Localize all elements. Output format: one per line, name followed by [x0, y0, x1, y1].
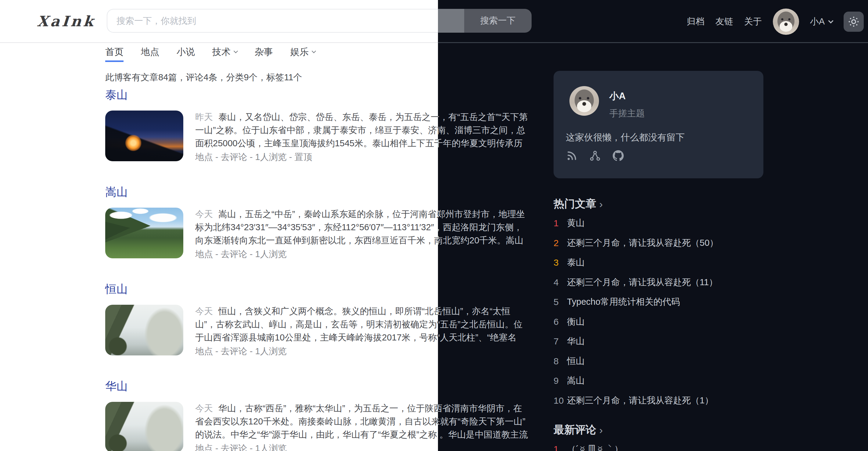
share-icon[interactable] — [589, 150, 601, 162]
user-name: 小A — [810, 16, 825, 28]
post-excerpt: 今天华山，古称“西岳”，雅称“太华山”，为五岳之一，位于陕西省渭南市华阴市，在省… — [438, 402, 529, 442]
nav-link-friends[interactable]: 友链 — [715, 16, 733, 28]
profile-social-icons — [566, 150, 624, 162]
hot-article-item[interactable]: 5Typecho常用统计相关的代码 — [554, 292, 773, 312]
hot-articles-heading[interactable]: 热门文章 › — [554, 197, 773, 211]
post-list: 泰山 昨天泰山，又名岱山、岱宗、岱岳、东岳、泰岳，为五岳之一，有“五岳之首”“天… — [438, 88, 532, 451]
post-title[interactable]: 恒山 — [438, 282, 532, 296]
post-item-hengshan: 恒山 今天恒山，含狭义和广义两个概念。狭义的恒山，即所谓“北岳恒山”，亦名“太恒… — [438, 282, 532, 358]
hot-article-item[interactable]: 7华山 — [554, 332, 773, 351]
search-button[interactable]: 搜索一下 — [464, 9, 532, 33]
rank-number: 3 — [554, 257, 567, 268]
post-title[interactable]: 华山 — [438, 379, 532, 393]
rank-number: 8 — [554, 356, 567, 366]
post-thumbnail[interactable] — [105, 208, 183, 258]
dark-theme-overlay: XaInk 搜索一下 归档 友链 关于 小A — [438, 0, 868, 451]
search-bar: 搜索一下 — [438, 9, 532, 33]
blog-stats: 此博客有文章84篇，评论4条，分类9个，标签11个 — [105, 72, 302, 84]
github-icon[interactable] — [612, 150, 624, 162]
search-input[interactable] — [107, 9, 464, 33]
post-date: 今天 — [195, 209, 213, 219]
post-thumbnail[interactable] — [105, 305, 183, 356]
post-item-huashan: 华山 今天华山，古称“西岳”，雅称“太华山”，为五岳之一，位于陕西省渭南市华阴市… — [438, 379, 532, 451]
post-date: 昨天 — [195, 112, 213, 122]
rank-number: 1 — [554, 444, 567, 451]
hot-article-item[interactable]: 3泰山 — [554, 253, 773, 273]
header-nav: 归档 友链 关于 小A — [687, 0, 864, 43]
post-title[interactable]: 泰山 — [438, 88, 532, 102]
post-excerpt: 今天恒山，含狭义和广义两个概念。狭义的恒山，即所谓“北岳恒山”，亦名“太恒山”，… — [438, 305, 529, 344]
rank-number: 6 — [554, 317, 567, 327]
hot-articles-list: 1黄山 2还剩三个月命，请让我从容赴死（50） 3泰山 4还剩三个月命，请让我从… — [554, 214, 773, 411]
chevron-right-icon: › — [599, 199, 603, 209]
search-input[interactable] — [438, 9, 464, 33]
nav-link-archive[interactable]: 归档 — [687, 16, 705, 28]
profile-card: 小A 手搓主题 这家伙很懒，什么都没有留下 — [554, 71, 764, 178]
post-item-songshan: 嵩山 今天嵩山，五岳之“中岳”，秦岭山系东延的余脉，位于河南省郑州市登封市，地理… — [438, 185, 532, 261]
post-thumbnail[interactable] — [105, 402, 183, 451]
nav-link-about[interactable]: 关于 — [744, 16, 762, 28]
rank-number: 10 — [554, 395, 567, 406]
rss-icon[interactable] — [566, 150, 578, 162]
comment-item[interactable]: 1（´ఠ皿ఠ｀） — [554, 440, 773, 451]
hot-article-item[interactable]: 1黄山 — [554, 214, 773, 233]
hot-article-item[interactable]: 9嵩山 — [554, 371, 773, 391]
profile-name: 小A — [609, 90, 625, 103]
user-avatar[interactable] — [773, 8, 799, 35]
site-header: XaInk 搜索一下 归档 友链 关于 小A — [438, 0, 868, 43]
tab-novels[interactable]: 小说 — [177, 47, 195, 62]
tab-tech[interactable]: 技术 — [212, 47, 237, 62]
hot-article-item[interactable]: 6衡山 — [554, 312, 773, 332]
chevron-right-icon: › — [599, 425, 603, 435]
latest-comments-heading[interactable]: 最新评论 › — [554, 423, 773, 437]
hot-article-item[interactable]: 10还剩三个月命，请让我从容赴死（1） — [554, 391, 773, 411]
profile-bio: 这家伙很懒，什么都没有留下 — [566, 131, 685, 144]
latest-comments-list: 1（´ఠ皿ఠ｀） — [554, 440, 773, 451]
hot-article-item[interactable]: 2还剩三个月命，请让我从容赴死（50） — [554, 233, 773, 253]
main-tabs: 首页 地点 小说 技术 杂事 娱乐 — [105, 47, 315, 62]
sidebar: 小A 手搓主题 这家伙很懒，什么都没有留下 — [554, 71, 773, 451]
tab-misc[interactable]: 杂事 — [255, 47, 273, 62]
tab-home[interactable]: 首页 — [105, 47, 124, 62]
rank-number: 7 — [554, 336, 567, 346]
chevron-down-icon — [828, 18, 834, 23]
rank-number: 2 — [554, 238, 567, 248]
theme-toggle-button[interactable] — [844, 11, 864, 32]
post-meta[interactable]: 地点 - 去评论 - 1人浏览 - 置顶 — [438, 150, 529, 164]
hot-article-item[interactable]: 8恒山 — [554, 351, 773, 371]
post-meta[interactable]: 地点 - 去评论 - 1人浏览 — [438, 248, 529, 261]
post-meta[interactable]: 地点 - 去评论 - 1人浏览 — [438, 442, 529, 451]
user-menu[interactable]: 小A — [810, 16, 833, 28]
rank-number: 1 — [554, 218, 567, 228]
chevron-down-icon — [312, 49, 316, 53]
post-item-taishan: 泰山 昨天泰山，又名岱山、岱宗、岱岳、东岳、泰岳，为五岳之一，有“五岳之首”“天… — [438, 88, 532, 164]
site-logo[interactable]: XaInk — [37, 13, 96, 30]
rank-number: 9 — [554, 375, 567, 386]
rank-number: 5 — [554, 297, 567, 307]
sun-icon — [848, 16, 860, 27]
rank-number: 4 — [554, 277, 567, 288]
post-date: 今天 — [195, 403, 213, 413]
profile-subtitle: 手搓主题 — [609, 108, 645, 120]
hot-article-item[interactable]: 4还剩三个月命，请让我从容赴死（11） — [554, 273, 773, 292]
chevron-down-icon — [234, 49, 238, 53]
post-meta[interactable]: 地点 - 去评论 - 1人浏览 — [438, 345, 529, 358]
tab-fun[interactable]: 娱乐 — [290, 47, 315, 62]
tab-places[interactable]: 地点 — [141, 47, 159, 62]
post-title[interactable]: 嵩山 — [438, 185, 532, 199]
post-thumbnail[interactable] — [105, 111, 183, 161]
post-date: 今天 — [195, 306, 213, 316]
profile-avatar[interactable] — [569, 86, 599, 116]
post-excerpt: 昨天泰山，又名岱山、岱宗、岱岳、东岳、泰岳，为五岳之一，有“五岳之首”“天下第一… — [438, 111, 529, 150]
post-excerpt: 今天嵩山，五岳之“中岳”，秦岭山系东延的余脉，位于河南省郑州市登封市，地理坐标为… — [438, 208, 529, 247]
